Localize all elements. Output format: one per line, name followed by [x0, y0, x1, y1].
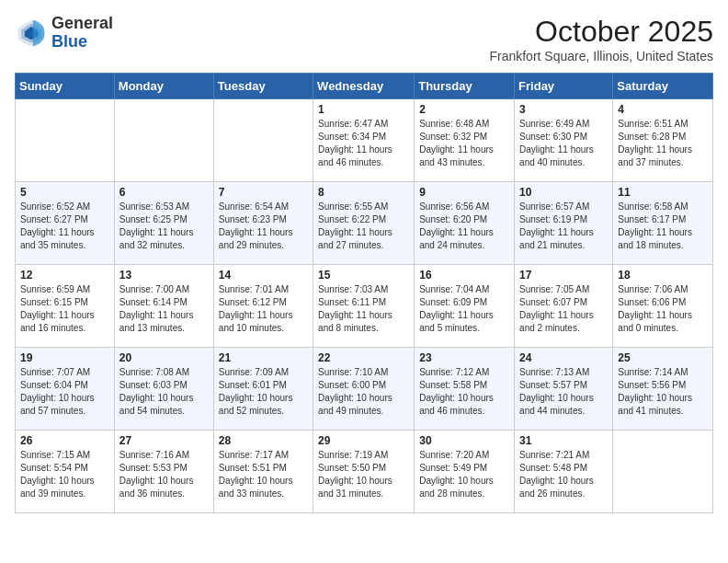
day-info: Sunrise: 7:20 AM Sunset: 5:49 PM Dayligh… — [419, 449, 509, 500]
day-number: 12 — [20, 269, 109, 282]
day-info: Sunrise: 7:05 AM Sunset: 6:07 PM Dayligh… — [519, 283, 608, 335]
day-number: 21 — [219, 351, 308, 364]
weekday-header-row: SundayMondayTuesdayWednesdayThursdayFrid… — [16, 74, 713, 99]
day-info: Sunrise: 7:21 AM Sunset: 5:48 PM Dayligh… — [519, 449, 608, 500]
calendar-cell: 2Sunrise: 6:48 AM Sunset: 6:32 PM Daylig… — [415, 99, 515, 182]
day-info: Sunrise: 6:51 AM Sunset: 6:28 PM Dayligh… — [618, 118, 708, 169]
day-info: Sunrise: 6:49 AM Sunset: 6:30 PM Dayligh… — [519, 118, 608, 169]
calendar-cell: 1Sunrise: 6:47 AM Sunset: 6:34 PM Daylig… — [313, 99, 415, 182]
calendar-cell: 23Sunrise: 7:12 AM Sunset: 5:58 PM Dayli… — [415, 348, 515, 431]
calendar-cell: 20Sunrise: 7:08 AM Sunset: 6:03 PM Dayli… — [114, 348, 213, 431]
title-block: October 2025 Frankfort Square, Illinois,… — [489, 15, 713, 63]
day-info: Sunrise: 7:01 AM Sunset: 6:12 PM Dayligh… — [219, 283, 308, 335]
calendar-table: SundayMondayTuesdayWednesdayThursdayFrid… — [15, 73, 713, 513]
day-number: 23 — [419, 351, 509, 364]
day-number: 11 — [618, 186, 708, 199]
weekday-header: Tuesday — [213, 74, 313, 99]
calendar-cell: 27Sunrise: 7:16 AM Sunset: 5:53 PM Dayli… — [114, 431, 213, 513]
day-info: Sunrise: 6:47 AM Sunset: 6:34 PM Dayligh… — [318, 118, 409, 169]
calendar-week-row: 19Sunrise: 7:07 AM Sunset: 6:04 PM Dayli… — [16, 348, 713, 431]
day-info: Sunrise: 6:59 AM Sunset: 6:15 PM Dayligh… — [20, 283, 109, 335]
calendar-cell — [16, 99, 115, 182]
day-number: 8 — [318, 186, 409, 199]
calendar-cell: 18Sunrise: 7:06 AM Sunset: 6:06 PM Dayli… — [613, 265, 713, 348]
day-info: Sunrise: 7:17 AM Sunset: 5:51 PM Dayligh… — [219, 449, 308, 500]
day-number: 18 — [618, 269, 708, 282]
calendar-week-row: 26Sunrise: 7:15 AM Sunset: 5:54 PM Dayli… — [16, 431, 713, 513]
calendar-cell — [213, 99, 313, 182]
logo: General Blue — [15, 15, 113, 52]
calendar-cell: 8Sunrise: 6:55 AM Sunset: 6:22 PM Daylig… — [313, 182, 415, 265]
weekday-header: Monday — [114, 74, 213, 99]
day-number: 14 — [219, 269, 308, 282]
calendar-cell: 21Sunrise: 7:09 AM Sunset: 6:01 PM Dayli… — [213, 348, 313, 431]
day-info: Sunrise: 7:14 AM Sunset: 5:56 PM Dayligh… — [618, 366, 708, 418]
day-number: 16 — [419, 269, 509, 282]
calendar-cell: 4Sunrise: 6:51 AM Sunset: 6:28 PM Daylig… — [613, 99, 713, 182]
day-number: 2 — [419, 103, 509, 116]
weekday-header: Friday — [515, 74, 613, 99]
calendar-cell: 19Sunrise: 7:07 AM Sunset: 6:04 PM Dayli… — [16, 348, 115, 431]
day-info: Sunrise: 7:09 AM Sunset: 6:01 PM Dayligh… — [219, 366, 308, 418]
page-header: General Blue October 2025 Frankfort Squa… — [15, 15, 713, 63]
calendar-cell — [114, 99, 213, 182]
day-info: Sunrise: 7:10 AM Sunset: 6:00 PM Dayligh… — [318, 366, 409, 418]
day-info: Sunrise: 6:48 AM Sunset: 6:32 PM Dayligh… — [419, 118, 509, 169]
calendar-cell: 25Sunrise: 7:14 AM Sunset: 5:56 PM Dayli… — [613, 348, 713, 431]
calendar-cell: 10Sunrise: 6:57 AM Sunset: 6:19 PM Dayli… — [515, 182, 613, 265]
calendar-cell: 29Sunrise: 7:19 AM Sunset: 5:50 PM Dayli… — [313, 431, 415, 513]
calendar-cell — [613, 431, 713, 513]
day-info: Sunrise: 6:55 AM Sunset: 6:22 PM Dayligh… — [318, 201, 409, 252]
day-info: Sunrise: 6:54 AM Sunset: 6:23 PM Dayligh… — [219, 201, 308, 252]
calendar-subtitle: Frankfort Square, Illinois, United State… — [489, 49, 713, 63]
calendar-cell: 6Sunrise: 6:53 AM Sunset: 6:25 PM Daylig… — [114, 182, 213, 265]
calendar-cell: 30Sunrise: 7:20 AM Sunset: 5:49 PM Dayli… — [415, 431, 515, 513]
day-number: 22 — [318, 351, 409, 364]
calendar-week-row: 12Sunrise: 6:59 AM Sunset: 6:15 PM Dayli… — [16, 265, 713, 348]
day-info: Sunrise: 7:00 AM Sunset: 6:14 PM Dayligh… — [119, 283, 209, 335]
calendar-cell: 3Sunrise: 6:49 AM Sunset: 6:30 PM Daylig… — [515, 99, 613, 182]
day-number: 28 — [219, 434, 308, 447]
calendar-week-row: 5Sunrise: 6:52 AM Sunset: 6:27 PM Daylig… — [16, 182, 713, 265]
weekday-header: Saturday — [613, 74, 713, 99]
day-number: 30 — [419, 434, 509, 447]
day-number: 13 — [119, 269, 209, 282]
day-info: Sunrise: 7:07 AM Sunset: 6:04 PM Dayligh… — [20, 366, 109, 418]
day-info: Sunrise: 7:03 AM Sunset: 6:11 PM Dayligh… — [318, 283, 409, 335]
day-number: 5 — [20, 186, 109, 199]
day-info: Sunrise: 6:58 AM Sunset: 6:17 PM Dayligh… — [618, 201, 708, 252]
day-number: 4 — [618, 103, 708, 116]
calendar-cell: 22Sunrise: 7:10 AM Sunset: 6:00 PM Dayli… — [313, 348, 415, 431]
day-number: 15 — [318, 269, 409, 282]
calendar-cell: 16Sunrise: 7:04 AM Sunset: 6:09 PM Dayli… — [415, 265, 515, 348]
day-number: 20 — [119, 351, 209, 364]
day-info: Sunrise: 7:15 AM Sunset: 5:54 PM Dayligh… — [20, 449, 109, 500]
day-info: Sunrise: 6:56 AM Sunset: 6:20 PM Dayligh… — [419, 201, 509, 252]
day-info: Sunrise: 7:16 AM Sunset: 5:53 PM Dayligh… — [119, 449, 209, 500]
day-number: 31 — [519, 434, 608, 447]
day-number: 19 — [20, 351, 109, 364]
day-info: Sunrise: 7:06 AM Sunset: 6:06 PM Dayligh… — [618, 283, 708, 335]
day-number: 10 — [519, 186, 608, 199]
day-info: Sunrise: 7:13 AM Sunset: 5:57 PM Dayligh… — [519, 366, 608, 418]
day-info: Sunrise: 6:53 AM Sunset: 6:25 PM Dayligh… — [119, 201, 209, 252]
calendar-cell: 13Sunrise: 7:00 AM Sunset: 6:14 PM Dayli… — [114, 265, 213, 348]
calendar-title: October 2025 — [489, 15, 713, 49]
day-number: 3 — [519, 103, 608, 116]
calendar-cell: 14Sunrise: 7:01 AM Sunset: 6:12 PM Dayli… — [213, 265, 313, 348]
calendar-week-row: 1Sunrise: 6:47 AM Sunset: 6:34 PM Daylig… — [16, 99, 713, 182]
day-number: 29 — [318, 434, 409, 447]
weekday-header: Sunday — [16, 74, 115, 99]
day-number: 9 — [419, 186, 509, 199]
calendar-cell: 12Sunrise: 6:59 AM Sunset: 6:15 PM Dayli… — [16, 265, 115, 348]
calendar-cell: 7Sunrise: 6:54 AM Sunset: 6:23 PM Daylig… — [213, 182, 313, 265]
weekday-header: Wednesday — [313, 74, 415, 99]
day-number: 6 — [119, 186, 209, 199]
calendar-cell: 24Sunrise: 7:13 AM Sunset: 5:57 PM Dayli… — [515, 348, 613, 431]
day-info: Sunrise: 6:57 AM Sunset: 6:19 PM Dayligh… — [519, 201, 608, 252]
day-number: 17 — [519, 269, 608, 282]
logo-icon — [15, 17, 48, 50]
day-number: 1 — [318, 103, 409, 116]
weekday-header: Thursday — [415, 74, 515, 99]
day-number: 27 — [119, 434, 209, 447]
